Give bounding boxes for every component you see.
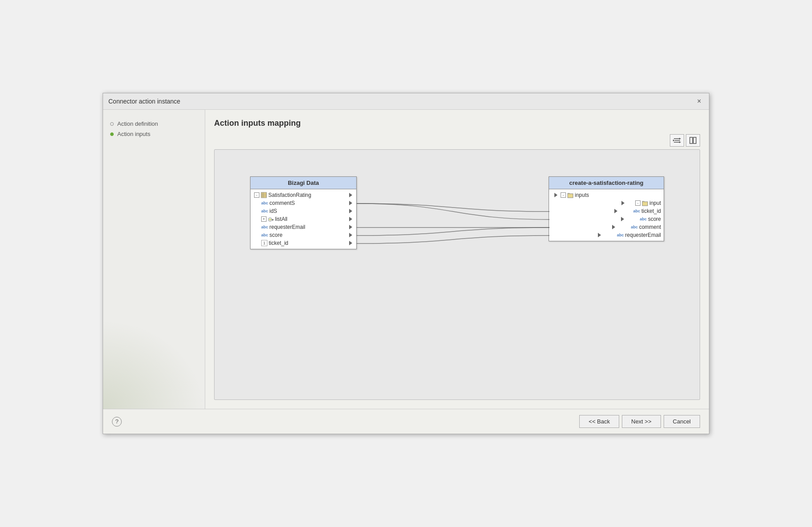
connector-arrow	[347, 232, 354, 238]
expand-icon[interactable]: -	[561, 192, 566, 198]
toolbar-mapping-btn[interactable]	[670, 134, 684, 147]
abc-icon: abc	[261, 233, 268, 237]
connector-arrow	[347, 192, 354, 198]
tree-row: - SatisfactionRating	[251, 191, 356, 199]
layout-icon	[689, 137, 697, 144]
tree-label: requesterEmail	[270, 224, 306, 230]
svg-rect-14	[271, 219, 274, 220]
folder-icon	[567, 192, 573, 198]
tree-row: abc comment	[549, 223, 664, 231]
tree-row: 1 ticket_id	[251, 239, 356, 247]
sidebar-item-action-definition[interactable]: Action definition	[110, 119, 198, 129]
tree-row: - input	[549, 199, 664, 207]
svg-rect-7	[693, 137, 696, 144]
abc-icon: abc	[633, 209, 640, 213]
tree-label: ticket_id	[269, 240, 288, 246]
connector-arrow-in	[620, 200, 626, 206]
connector-arrow-in	[613, 208, 619, 214]
toolbar-layout-btn[interactable]	[686, 134, 700, 147]
left-box-header: Bizagi Data	[251, 177, 356, 189]
mapping-canvas: Bizagi Data - S	[214, 149, 700, 400]
svg-marker-5	[679, 141, 681, 143]
footer-buttons: << Back Next >> Cancel	[579, 415, 700, 428]
dialog-title: Connector action instance	[108, 98, 180, 105]
tree-row: + listAll	[251, 215, 356, 223]
sidebar-dot-2	[110, 132, 114, 136]
abc-icon: abc	[261, 209, 268, 213]
expand-icon[interactable]: +	[261, 216, 267, 222]
table-icon	[261, 192, 267, 198]
svg-rect-15	[272, 220, 273, 221]
connector-arrow	[347, 208, 354, 214]
svg-marker-1	[679, 138, 681, 140]
right-box-header: create-a-satisfaction-rating	[549, 177, 664, 189]
sidebar-dot-1	[110, 122, 114, 126]
tree-label: commentS	[270, 200, 295, 206]
main-title: Action inputs mapping	[214, 119, 700, 128]
back-button[interactable]: << Back	[579, 415, 619, 428]
num-icon: 1	[261, 240, 267, 246]
main-area: Action inputs mapping	[205, 110, 709, 409]
tree-label: idS	[270, 208, 277, 214]
abc-icon: abc	[261, 225, 268, 229]
connector-arrow	[347, 224, 354, 230]
folder-icon	[642, 200, 648, 206]
left-data-box: Bizagi Data - S	[250, 176, 357, 249]
connector-arrow-in	[610, 224, 617, 230]
tree-label: input	[649, 200, 661, 206]
next-button[interactable]: Next >>	[622, 415, 661, 428]
help-button[interactable]: ?	[112, 417, 122, 427]
svg-rect-8	[261, 192, 267, 198]
title-bar: Connector action instance ×	[103, 93, 709, 110]
tree-row: abc idS	[251, 207, 356, 215]
abc-icon: abc	[617, 233, 624, 237]
sidebar-item-action-inputs[interactable]: Action inputs	[110, 129, 198, 139]
tree-row: abc requesterEmail	[549, 231, 664, 239]
connector-arrow	[347, 200, 354, 206]
left-box-body: - SatisfactionRating	[251, 189, 356, 249]
sidebar: Action definition Action inputs	[103, 110, 205, 409]
cancel-button[interactable]: Cancel	[664, 415, 700, 428]
dialog: Connector action instance × Action defin…	[103, 93, 709, 434]
footer: ? << Back Next >> Cancel	[103, 409, 709, 434]
canvas-inner: Bizagi Data - S	[215, 150, 700, 399]
sidebar-label-1: Action definition	[117, 120, 158, 127]
tree-row: abc score	[251, 231, 356, 239]
right-data-box: create-a-satisfaction-rating - input	[549, 176, 664, 241]
tree-label: comment	[639, 224, 661, 230]
svg-rect-6	[690, 137, 693, 144]
mapping-icon	[673, 137, 681, 144]
abc-icon: abc	[640, 217, 647, 221]
tree-row: abc requesterEmail	[251, 223, 356, 231]
tree-label: requesterEmail	[625, 232, 661, 238]
connector-arrow-in	[619, 216, 625, 222]
svg-marker-3	[673, 140, 675, 141]
tree-row: abc score	[549, 215, 664, 223]
svg-rect-16	[568, 194, 573, 198]
connector-arrow	[347, 240, 354, 246]
tree-row: abc commentS	[251, 199, 356, 207]
svg-point-13	[269, 219, 271, 220]
abc-icon: abc	[631, 225, 638, 229]
close-button[interactable]: ×	[695, 97, 704, 106]
tree-label: ticket_id	[641, 208, 661, 214]
tree-label: listAll	[275, 216, 287, 222]
tree-label: score	[270, 232, 283, 238]
abc-icon: abc	[261, 201, 268, 205]
tree-label: inputs	[575, 192, 589, 198]
connector-arrow	[347, 216, 354, 222]
content-area: Action definition Action inputs Action i…	[103, 110, 709, 409]
connector-arrow-in	[553, 192, 559, 198]
right-box-body: - inputs -	[549, 189, 664, 241]
tree-label: score	[648, 216, 661, 222]
connector-arrow-in	[597, 232, 603, 238]
svg-rect-17	[642, 202, 648, 206]
tree-label: SatisfactionRating	[268, 192, 311, 198]
expand-icon[interactable]: -	[635, 200, 641, 206]
sidebar-label-2: Action inputs	[117, 131, 150, 137]
toolbar	[214, 134, 700, 147]
tree-row: - inputs	[549, 191, 664, 199]
key-icon	[268, 216, 274, 222]
expand-icon[interactable]: -	[254, 192, 259, 198]
tree-row: abc ticket_id	[549, 207, 664, 215]
